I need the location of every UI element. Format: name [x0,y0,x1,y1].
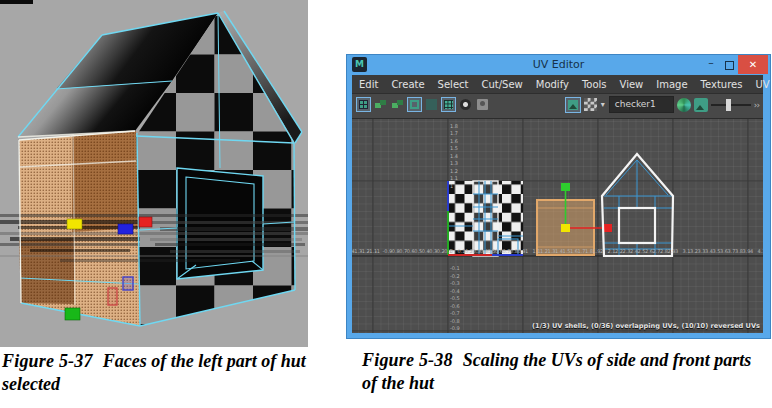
minimize-button[interactable]: – [704,55,718,74]
uv-snapshot-icon-glyph [477,99,488,110]
u-axis-tick: 4 [750,248,753,254]
tile-outline-icon-glyph [410,100,419,109]
v-axis-tick: 1.5 [450,145,458,151]
color-wheel-icon[interactable] [677,98,691,112]
uv-editor-window: M UV Editor – ✕ EditCreateSelectCut/SewM… [347,55,770,338]
v-axis-tick: 1.2 [450,168,458,174]
menu-create[interactable]: Create [391,79,424,90]
uv-snapshot-icon[interactable] [475,97,490,112]
u-axis-tick: -1 [375,248,380,254]
image-icon [568,100,578,110]
tile-outline-icon[interactable] [407,97,422,112]
shell-layout-icon-glyph [392,99,403,110]
u-axis-tick: 2 [600,248,603,254]
maximize-button[interactable] [722,55,736,74]
v-axis-tick: 1.6 [450,138,458,144]
menu-textures[interactable]: Textures [701,79,743,90]
single-tile-icon-glyph [426,99,437,110]
v-axis-tick: 1.7 [450,130,458,136]
v-axis-tick: -0.6 [450,303,460,309]
u-axis-tick: 4.1 [758,248,764,254]
v-axis-tick: 1 [450,183,453,189]
house-window-uv [619,208,655,243]
figure-caption-5-37: Figure 5-37Faces of the left part of hut… [2,350,322,396]
v-axis-tick: -0.5 [450,295,460,301]
v-axis-tick: 1.4 [450,153,458,159]
menu-image[interactable]: Image [656,79,687,90]
v-axis-tick: -1 [450,333,455,334]
menu-cut-sew[interactable]: Cut/Sew [481,79,522,90]
manip-x-handle [603,224,612,232]
figure-label: Figure 5-38 [362,350,453,370]
uv-grid-icon-glyph [359,100,368,109]
single-tile-icon[interactable] [424,97,439,112]
menu-view[interactable]: View [620,79,644,90]
shell-move-icon-glyph [375,99,386,110]
v-axis-tick: 1.3 [450,160,458,166]
v-axis-tick: -0.3 [450,280,460,286]
u-axis-tick: 0 [450,248,453,254]
pixel-snap-icon-glyph [460,99,471,110]
figure-caption-5-38: Figure 5-38Scaling the UVs of side and f… [362,349,764,395]
menu-select[interactable]: Select [438,79,469,90]
titlebar[interactable]: M UV Editor – ✕ [347,55,770,75]
uv-toolbar: ▾ checker1 ›› [352,94,763,119]
expand-arrows-icon[interactable]: ›› [754,100,759,110]
uv-status-text: (1/3) UV shells, (0/36) overlapping UVs,… [532,322,760,330]
handle-red-outline [108,288,117,305]
checker-swatch-icon[interactable] [584,98,597,111]
handle-green [65,308,80,320]
v-axis-tick: -0.9 [450,325,460,331]
close-button[interactable]: ✕ [738,55,768,74]
texture-name-field[interactable]: checker1 [609,96,674,113]
dropdown-arrow-icon[interactable]: ▾ [601,100,605,109]
manip-y-handle [561,183,570,191]
grid-snap-icon[interactable] [441,97,456,112]
handle-yellow [67,219,82,229]
toolbar-right-group: ▾ checker1 ›› [565,96,759,113]
window-body: EditCreateSelectCut/SewModifyToolsViewIm… [352,75,763,332]
image-display-button[interactable] [565,97,581,113]
v-axis-tick: -0.8 [450,318,460,324]
top-left-bar [0,0,33,4]
v-axis-tick: -0.1 [450,265,460,271]
v-axis-tick: -0.7 [450,310,460,316]
book-page: M UV Editor – ✕ EditCreateSelectCut/SewM… [0,0,772,408]
grid-snap-icon-glyph [444,100,453,109]
menu-edit[interactable]: Edit [359,79,378,90]
manip-center-handle [561,224,570,232]
house-uv-shell[interactable] [602,154,673,256]
v-axis-tick: -0.2 [450,273,460,279]
left-wall-dark-lower-dots [19,238,74,304]
menu-modify[interactable]: Modify [536,79,569,90]
exposure-slider[interactable] [711,98,751,112]
pixel-snap-icon[interactable] [458,97,473,112]
figure-label: Figure 5-37 [2,351,93,371]
handle-blue-outline [123,277,133,290]
uv-canvas[interactable]: (1/3) UV shells, (0/36) overlapping UVs,… [352,119,763,333]
shell-move-icon[interactable] [373,97,388,112]
slider-track [711,104,751,106]
u-axis-tick: 3 [675,248,678,254]
menu-tools[interactable]: Tools [582,79,607,90]
uv-grid-icon[interactable] [356,97,371,112]
handle-red [139,217,152,227]
3d-viewport[interactable] [0,0,308,347]
slider-thumb[interactable] [726,99,731,111]
image-ratio-icon[interactable] [694,98,708,112]
menu-bar: EditCreateSelectCut/SewModifyToolsViewIm… [352,75,763,94]
menu-uv-sets[interactable]: UV Sets [755,79,772,90]
shell-layout-icon[interactable] [390,97,405,112]
handle-blue [118,224,133,234]
toolbar-left-group [355,96,491,113]
u-axis-tick: 1 [525,248,528,254]
v-axis-tick: 1.1 [450,175,458,181]
v-axis-tick: 1.8 [450,123,458,129]
maximize-icon [725,61,734,70]
v-axis-tick: -0.4 [450,288,460,294]
